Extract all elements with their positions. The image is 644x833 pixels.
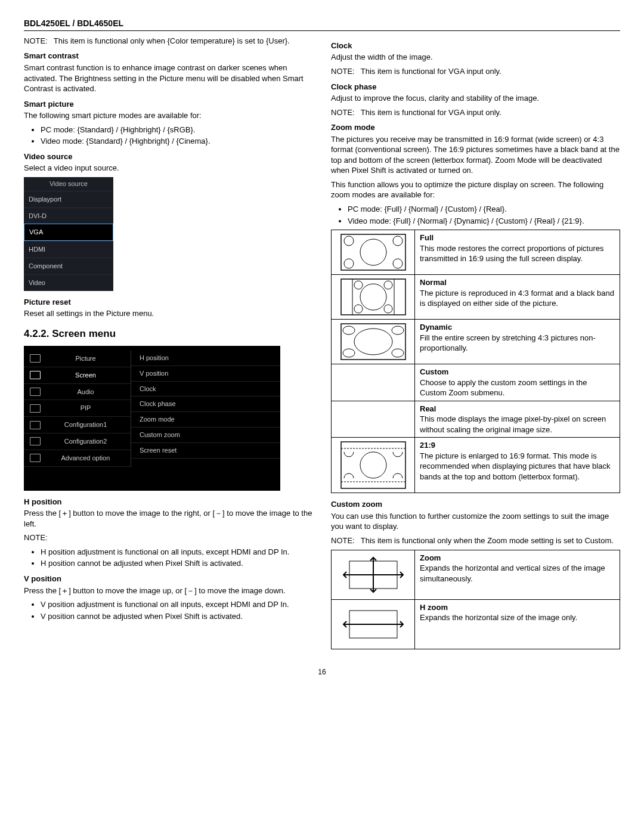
custom-mode-icon bbox=[332, 364, 415, 401]
smart-contrast-title: Smart contrast bbox=[24, 51, 313, 61]
picture-reset-text: Reset all settings in the Picture menu. bbox=[24, 308, 313, 319]
svg-rect-6 bbox=[341, 279, 405, 315]
clock-note: NOTE: This item is functional for VGA in… bbox=[331, 66, 620, 77]
video-source-option-vga[interactable]: VGA bbox=[24, 224, 113, 241]
vposition-notes: V position adjustment is functional on a… bbox=[24, 599, 313, 621]
hposition-title: H position bbox=[24, 497, 313, 507]
custom-mode-desc: Custom Choose to apply the custom zoom s… bbox=[415, 364, 620, 401]
page-number: 16 bbox=[24, 667, 620, 677]
svg-point-1 bbox=[360, 239, 386, 265]
left-column: NOTE: This item is functional only when … bbox=[24, 36, 313, 655]
zoommode-title: Zoom mode bbox=[331, 122, 620, 133]
list-item: PC mode: {Standard} / {Highbright} / {sR… bbox=[41, 125, 313, 135]
svg-point-18 bbox=[343, 349, 355, 357]
clock-title: Clock bbox=[331, 41, 620, 51]
osd-item-config1[interactable]: Configuration1 bbox=[24, 417, 131, 433]
osd-item-picture[interactable]: Picture bbox=[24, 351, 131, 367]
picture-reset-title: Picture reset bbox=[24, 297, 313, 308]
svg-point-4 bbox=[344, 259, 354, 268]
osd-screen-menu: Picture Screen Audio PIP Configuration1 … bbox=[24, 346, 280, 491]
osd-sub-screenreset[interactable]: Screen reset bbox=[131, 443, 280, 459]
zoom-icon bbox=[332, 550, 415, 599]
hzoom-icon bbox=[332, 600, 415, 649]
video-source-menu-header: Video source bbox=[24, 177, 113, 191]
osd-sub-hposition[interactable]: H position bbox=[131, 351, 280, 366]
video-source-option-video[interactable]: Video bbox=[24, 274, 113, 291]
normal-mode-desc: Normal The picture is reproduced in 4:3 … bbox=[415, 275, 620, 319]
customzoom-title: Custom zoom bbox=[331, 499, 620, 510]
video-source-menu: Video source Displayport DVI-D VGA HDMI … bbox=[24, 177, 113, 291]
customzoom-note: NOTE: This item is functional only when … bbox=[331, 535, 620, 546]
219-mode-icon bbox=[332, 438, 415, 493]
video-source-option-hdmi[interactable]: HDMI bbox=[24, 241, 113, 258]
clockphase-title: Clock phase bbox=[331, 82, 620, 92]
audio-icon bbox=[30, 388, 41, 396]
osd-item-audio[interactable]: Audio bbox=[24, 384, 131, 401]
svg-point-13 bbox=[384, 305, 392, 313]
zoom-modes-table: Full This mode restores the correct prop… bbox=[331, 230, 620, 493]
video-source-option-displayport[interactable]: Displayport bbox=[24, 191, 113, 208]
osd-item-screen[interactable]: Screen bbox=[24, 367, 131, 384]
svg-point-9 bbox=[360, 284, 386, 310]
customzoom-text: You can use this function to further cus… bbox=[331, 511, 620, 532]
list-item: H position adjustment is functional on a… bbox=[41, 547, 313, 558]
osd-sub-vposition[interactable]: V position bbox=[131, 366, 280, 382]
svg-point-5 bbox=[393, 259, 402, 268]
vposition-text: Press the [＋] button to move the image u… bbox=[24, 586, 313, 596]
vposition-title: V position bbox=[24, 574, 313, 584]
video-source-title: Video source bbox=[24, 151, 313, 162]
custom-zoom-table: Zoom Expands the horizontal and vertical… bbox=[331, 550, 620, 649]
smart-picture-text: The following smart picture modes are av… bbox=[24, 110, 313, 121]
osd-item-config2[interactable]: Configuration2 bbox=[24, 433, 131, 450]
svg-point-19 bbox=[392, 349, 404, 357]
osd-main-list: Picture Screen Audio PIP Configuration1 … bbox=[24, 351, 131, 467]
note-text: This item is functional only when {Color… bbox=[54, 36, 290, 47]
osd-item-advanced[interactable]: Advanced option bbox=[24, 450, 131, 467]
svg-rect-14 bbox=[341, 324, 405, 360]
svg-point-11 bbox=[384, 281, 392, 289]
svg-point-17 bbox=[392, 326, 404, 335]
osd-sub-customzoom[interactable]: Custom zoom bbox=[131, 428, 280, 443]
video-source-option-component[interactable]: Component bbox=[24, 258, 113, 274]
screen-menu-heading: 4.2.2. Screen menu bbox=[24, 327, 313, 341]
page-header: BDL4250EL / BDL4650EL bbox=[24, 18, 620, 31]
smart-contrast-text: Smart contrast function is to enhance im… bbox=[24, 63, 313, 94]
zoommode-list: PC mode: {Full} / {Normal} / {Custom} / … bbox=[331, 204, 620, 226]
osd-item-pip[interactable]: PIP bbox=[24, 400, 131, 417]
hzoom-desc: H zoom Expands the horizontal size of th… bbox=[415, 600, 620, 649]
video-source-option-dvid[interactable]: DVI-D bbox=[24, 208, 113, 224]
video-source-text: Select a video input source. bbox=[24, 163, 313, 174]
picture-icon bbox=[30, 354, 41, 363]
list-item: Video mode: {Standard} / {Highbright} / … bbox=[41, 136, 313, 147]
full-mode-desc: Full This mode restores the correct prop… bbox=[415, 230, 620, 274]
smart-picture-title: Smart picture bbox=[24, 99, 313, 110]
osd-sub-clockphase[interactable]: Clock phase bbox=[131, 397, 280, 412]
list-item: PC mode: {Full} / {Normal} / {Custom} / … bbox=[348, 204, 620, 215]
screen-icon bbox=[30, 371, 41, 379]
219-mode-desc: 21:9 The picture is enlarged to 16:9 for… bbox=[415, 438, 620, 493]
normal-mode-icon bbox=[332, 275, 415, 319]
real-mode-desc: Real This mode displays the image pixel-… bbox=[415, 401, 620, 438]
osd-sub-clock[interactable]: Clock bbox=[131, 382, 280, 397]
hposition-notes: H position adjustment is functional on a… bbox=[24, 547, 313, 569]
clock-text: Adjust the width of the image. bbox=[331, 52, 620, 63]
svg-rect-20 bbox=[341, 442, 405, 488]
list-item: H position cannot be adjusted when Pixel… bbox=[41, 558, 313, 569]
gear-icon bbox=[30, 437, 41, 445]
svg-point-16 bbox=[343, 326, 355, 335]
full-mode-icon bbox=[332, 230, 415, 274]
zoommode-p1: The pictures you receive may be transmit… bbox=[331, 134, 620, 176]
smart-picture-list: PC mode: {Standard} / {Highbright} / {sR… bbox=[24, 125, 313, 147]
svg-point-15 bbox=[354, 329, 392, 355]
advanced-icon bbox=[30, 454, 41, 462]
osd-sub-zoommode[interactable]: Zoom mode bbox=[131, 412, 280, 428]
clockphase-note: NOTE: This item is functional for VGA in… bbox=[331, 107, 620, 118]
zoom-desc: Zoom Expands the horizontal and vertical… bbox=[415, 550, 620, 599]
dynamic-mode-icon bbox=[332, 320, 415, 364]
list-item: V position adjustment is functional on a… bbox=[41, 599, 313, 610]
osd-sub-list: H position V position Clock Clock phase … bbox=[131, 351, 280, 467]
zoommode-p2: This function allows you to optimize the… bbox=[331, 179, 620, 200]
clockphase-text: Adjust to improve the focus, clarity and… bbox=[331, 93, 620, 104]
svg-point-12 bbox=[354, 305, 363, 313]
hposition-text: Press the [＋] button to move the image t… bbox=[24, 508, 313, 529]
